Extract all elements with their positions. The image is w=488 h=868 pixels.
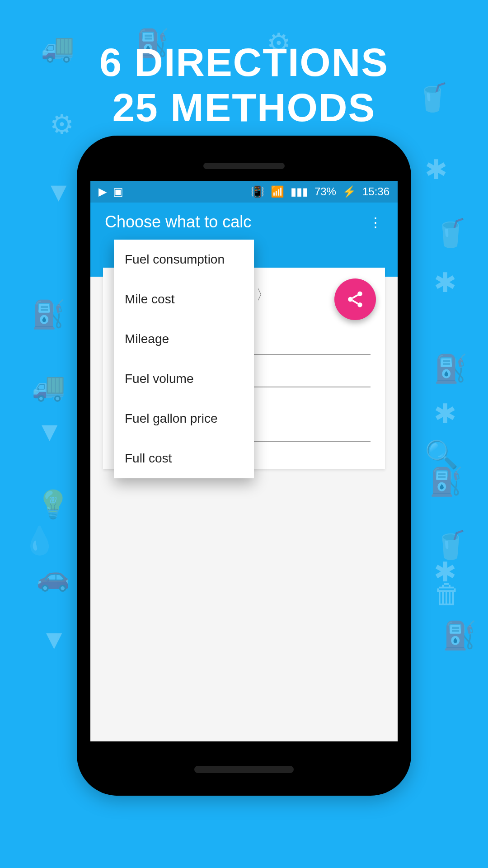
dropdown-item-fuel-volume[interactable]: Fuel volume	[114, 359, 254, 399]
calc-dropdown: Fuel consumption Mile cost Mileage Fuel …	[114, 240, 254, 478]
headline-line2: 25 METHODS	[0, 86, 488, 130]
car-icon: 🚗	[36, 561, 70, 593]
share-icon	[346, 290, 365, 309]
dropdown-item-full-cost[interactable]: Full cost	[114, 439, 254, 478]
percent-icon: ✱	[434, 398, 456, 429]
pump-icon: ⛽	[434, 353, 468, 385]
share-fab[interactable]	[334, 278, 376, 320]
svg-point-1	[348, 297, 353, 302]
percent-icon: ✱	[425, 154, 447, 185]
status-bar: ▶ ▣ 📳 📶 ▮▮▮ 73% ⚡ 15:36	[90, 181, 398, 203]
filter-icon: ▼	[36, 416, 63, 447]
filter-icon: ▼	[45, 176, 72, 208]
drop-icon: 💧	[23, 524, 56, 557]
overflow-menu-icon[interactable]: ⋮	[369, 214, 382, 230]
dropdown-item-mileage[interactable]: Mileage	[114, 319, 254, 359]
clock-text: 15:36	[362, 185, 389, 198]
battery-text: 73%	[314, 185, 336, 198]
phone-screen: ▶ ▣ 📳 📶 ▮▮▮ 73% ⚡ 15:36 Choose what to c…	[90, 181, 398, 741]
svg-point-0	[357, 292, 362, 297]
phone-speaker	[203, 163, 285, 169]
chevron-right-icon: 〉	[256, 286, 270, 304]
bulb-icon: 💡	[36, 488, 70, 520]
pump-icon: ⛽	[32, 298, 66, 330]
dropdown-item-fuel-gallon-price[interactable]: Fuel gallon price	[114, 399, 254, 439]
play-icon: ▶	[99, 185, 107, 198]
wifi-icon: 📶	[271, 185, 284, 198]
image-icon: ▣	[113, 185, 123, 198]
svg-point-2	[357, 302, 362, 307]
cup-icon: 🥤	[434, 217, 468, 249]
app-bar-title: Choose what to calc	[105, 212, 383, 231]
pump-icon: ⛽	[443, 619, 477, 651]
dropdown-item-fuel-consumption[interactable]: Fuel consumption	[114, 240, 254, 279]
signal-icon: ▮▮▮	[291, 185, 308, 198]
filter-icon: ▼	[41, 624, 67, 655]
phone-frame: ▶ ▣ 📳 📶 ▮▮▮ 73% ⚡ 15:36 Choose what to c…	[77, 136, 411, 796]
battery-icon: ⚡	[343, 185, 356, 198]
phone-speaker-bottom	[194, 766, 294, 773]
percent-icon: ✱	[434, 267, 456, 298]
dropdown-item-mile-cost[interactable]: Mile cost	[114, 279, 254, 319]
trash-icon: 🗑	[434, 579, 461, 610]
vibrate-icon: 📳	[251, 185, 264, 198]
headline-line1: 6 DIRECTIONS	[0, 41, 488, 85]
truck-icon: 🚚	[32, 371, 66, 403]
fuel-icon: ⛽	[429, 466, 463, 498]
